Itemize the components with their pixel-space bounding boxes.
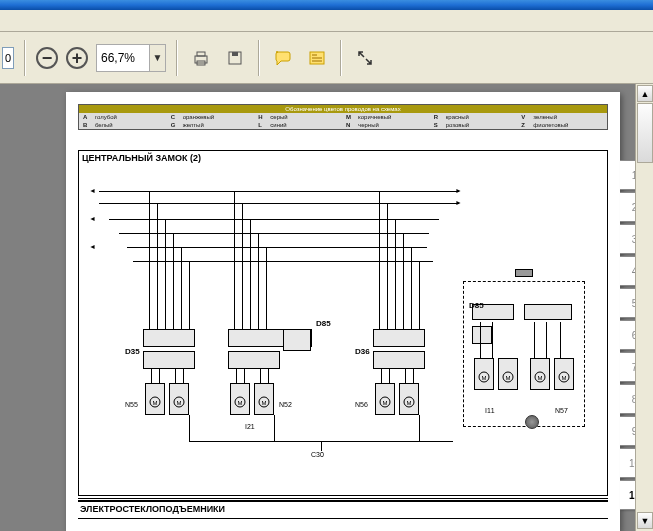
separator [24,40,26,76]
label-I11: I11 [485,407,495,414]
separator [176,40,178,76]
label-I21: I21 [245,423,255,430]
label-D85: D85 [316,319,331,328]
page-tab[interactable]: 6 [620,320,635,350]
zoom-out-button[interactable]: − [36,47,58,69]
zoom-input[interactable] [97,46,149,70]
scroll-thumb[interactable] [637,103,653,163]
comment-button[interactable] [270,45,296,71]
diagram-title: ЦЕНТРАЛЬНЫЙ ЗАМОК (2) [82,153,201,163]
ground-screw-icon [525,415,539,429]
scroll-down-icon[interactable]: ▼ [637,512,653,529]
page-tab[interactable]: 5 [620,288,635,318]
color-legend: Обозначение цветов проводов на схемах Aг… [78,104,608,130]
page-tab[interactable]: 2 [620,192,635,222]
page-index-tabs: 1 2 3 4 5 6 7 8 9 10 11 [620,160,635,512]
save-button[interactable] [222,45,248,71]
scroll-up-icon[interactable]: ▲ [637,85,653,102]
legend-header: Обозначение цветов проводов на схемах [79,105,607,113]
label-N52: N52 [279,401,292,408]
label-N55: N55 [125,401,138,408]
page-tab[interactable]: 7 [620,352,635,382]
label-D85r: D85 [469,301,484,310]
note-button[interactable] [304,45,330,71]
vertical-scrollbar[interactable]: ▲ ▼ [635,84,653,531]
zoom-combo[interactable]: ▼ [96,44,166,72]
separator [258,40,260,76]
window-titlebar [0,0,653,10]
page-tab[interactable]: 8 [620,384,635,414]
wiring-diagram: ЦЕНТРАЛЬНЫЙ ЗАМОК (2) [78,150,608,496]
document-viewport[interactable]: Обозначение цветов проводов на схемах Aг… [0,84,635,531]
page-tab[interactable]: 3 [620,224,635,254]
svg-rect-1 [197,52,205,56]
page-tab[interactable]: 10 [620,448,635,478]
label-C30: C30 [311,451,324,458]
label-D35: D35 [125,347,140,356]
page-number-input[interactable] [2,47,14,69]
zoom-in-button[interactable]: + [66,47,88,69]
page-tab[interactable]: 4 [620,256,635,286]
document-page: Обозначение цветов проводов на схемах Aг… [66,92,620,531]
separator [340,40,342,76]
page-tab[interactable]: 9 [620,416,635,446]
section2-title: ЭЛЕКТРОСТЕКЛОПОДЪЕМНИКИ [80,504,225,514]
label-D36: D36 [355,347,370,356]
page-tab[interactable]: 1 [620,160,635,190]
zoom-dropdown-icon[interactable]: ▼ [149,45,165,71]
print-button[interactable] [188,45,214,71]
label-N56: N56 [355,401,368,408]
fullscreen-button[interactable] [352,45,378,71]
toolbar: − + ▼ [0,32,653,84]
menubar [0,10,653,32]
label-N57: N57 [555,407,568,414]
svg-rect-4 [232,52,238,56]
page-tab[interactable]: 11 [620,480,635,510]
